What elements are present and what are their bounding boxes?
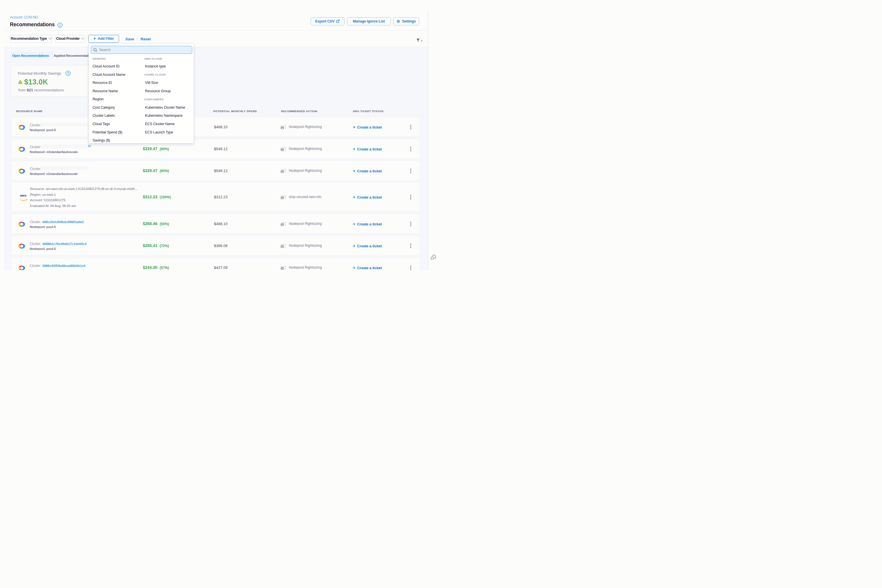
svg-text:?: ? <box>67 72 69 75</box>
